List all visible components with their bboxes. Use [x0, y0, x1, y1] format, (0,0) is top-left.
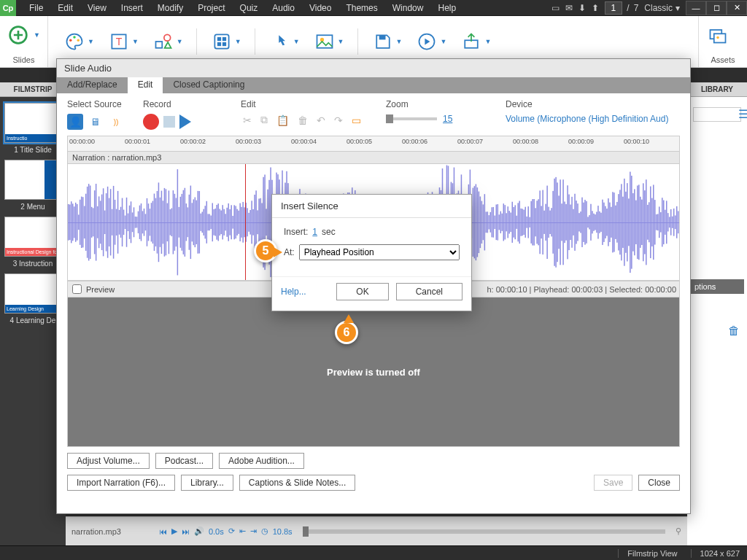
paste-icon[interactable]: 📋: [274, 114, 291, 126]
captions-button[interactable]: Captions & Slide Notes...: [239, 475, 355, 491]
menu-edit[interactable]: Edit: [50, 0, 80, 16]
text-icon[interactable]: T: [107, 30, 131, 53]
svg-rect-341: [533, 199, 534, 246]
undo-icon[interactable]: ↶: [314, 114, 328, 126]
timeline-ff-icon[interactable]: ⏭: [182, 527, 190, 536]
zoom-label: Zoom: [386, 99, 488, 109]
shapes-icon[interactable]: [152, 30, 175, 53]
svg-rect-139: [239, 203, 240, 241]
publish-icon[interactable]: [460, 30, 483, 53]
menu-modify[interactable]: Modify: [150, 0, 190, 16]
themes-icon[interactable]: [63, 30, 86, 53]
library-search[interactable]: [693, 107, 741, 122]
slide-thumb-2[interactable]: Main 2 Menu: [4, 160, 61, 211]
menu-audio[interactable]: Audio: [265, 0, 302, 16]
sync-icon[interactable]: ▭: [551, 3, 560, 13]
stop-button[interactable]: [163, 116, 175, 128]
minimize-button[interactable]: —: [686, 1, 706, 15]
menu-project[interactable]: Project: [190, 0, 232, 16]
cancel-button[interactable]: Cancel: [396, 283, 462, 300]
svg-rect-28: [78, 214, 79, 230]
import-narration-button[interactable]: Import Narration (F6)...: [67, 475, 175, 491]
copy-icon[interactable]: ⧉: [258, 114, 270, 126]
insert-unit: sec: [322, 227, 336, 237]
slide-thumb-3[interactable]: Instructional Design fo 3 Instruction: [4, 217, 61, 268]
timeline-clock-icon[interactable]: ◷: [261, 526, 268, 536]
menu-file[interactable]: File: [22, 0, 50, 16]
add-slide-button[interactable]: [7, 23, 29, 47]
svg-rect-52: [113, 186, 114, 259]
timeline-marker-icon[interactable]: ⇤: [239, 526, 246, 536]
zoom-slider[interactable]: [386, 117, 437, 120]
delete-icon[interactable]: 🗑: [295, 114, 310, 126]
playhead[interactable]: [245, 164, 246, 280]
insert-silence-icon[interactable]: ▭: [349, 114, 363, 126]
help-link[interactable]: Help...: [281, 287, 306, 297]
timeline-ruler[interactable]: 00:00:00 00:00:01 00:00:02 00:00:03 00:0…: [67, 136, 680, 152]
device-link[interactable]: Volume (Microphone (High Definition Aud): [506, 114, 668, 124]
preview-checkbox[interactable]: [72, 284, 82, 294]
insert-value[interactable]: 1: [312, 227, 317, 237]
tab-edit[interactable]: Edit: [128, 77, 163, 93]
menu-window[interactable]: Window: [385, 0, 431, 16]
page-current[interactable]: 1: [605, 1, 623, 15]
library-button[interactable]: Library...: [181, 475, 233, 491]
layout-select[interactable]: Classic▾: [638, 3, 686, 13]
upload-icon[interactable]: ⬆: [592, 3, 599, 13]
adobe-audition-button[interactable]: Adobe Audition...: [219, 453, 304, 469]
menu-help[interactable]: Help: [430, 0, 463, 16]
svg-rect-365: [568, 195, 569, 251]
chevron-down-icon[interactable]: ▼: [34, 31, 40, 39]
svg-rect-105: [190, 186, 191, 260]
play-button[interactable]: [179, 114, 191, 129]
menu-insert[interactable]: Insert: [114, 0, 150, 16]
library-header[interactable]: LIBRARY: [687, 82, 747, 97]
options-tab[interactable]: ptions: [690, 279, 744, 294]
interactions-icon[interactable]: [268, 30, 292, 53]
menu-video[interactable]: Video: [302, 0, 338, 16]
tab-closed-captioning[interactable]: Closed Captioning: [163, 77, 255, 93]
maximize-button[interactable]: ◻: [706, 1, 727, 15]
mail-icon[interactable]: ✉: [565, 3, 573, 13]
menu-view[interactable]: View: [80, 0, 114, 16]
svg-rect-437: [673, 209, 674, 236]
zoom-value[interactable]: 15: [443, 114, 452, 124]
at-select[interactable]: Playhead Position: [299, 244, 460, 260]
record-button[interactable]: [143, 114, 159, 130]
svg-rect-138: [238, 211, 239, 234]
close-dialog-button[interactable]: Close: [638, 475, 680, 491]
svg-rect-137: [236, 209, 237, 236]
menu-themes[interactable]: Themes: [338, 0, 384, 16]
ok-button[interactable]: OK: [336, 283, 388, 300]
slide-thumb-1[interactable]: Instructio 1 Title Slide: [4, 103, 61, 154]
mic-source-icon[interactable]: 👤: [67, 114, 83, 130]
objects-icon[interactable]: [210, 30, 233, 53]
tab-add-replace[interactable]: Add/Replace: [57, 77, 128, 93]
system-source-icon[interactable]: 🖥: [88, 114, 104, 130]
save-icon[interactable]: [371, 30, 395, 53]
right-panel: ☰ ptions 🗑: [687, 97, 747, 545]
preview-icon[interactable]: [415, 30, 438, 53]
svg-rect-92: [171, 209, 172, 237]
menu-quiz[interactable]: Quiz: [233, 0, 266, 16]
timeline-play-icon[interactable]: ▶: [171, 526, 177, 536]
list-mode-icon[interactable]: ☰: [738, 108, 747, 120]
trash-icon[interactable]: 🗑: [728, 324, 740, 338]
redo-icon[interactable]: ↷: [332, 114, 345, 126]
svg-rect-32: [84, 206, 85, 238]
adjust-volume-button[interactable]: Adjust Volume...: [67, 453, 150, 469]
timeline-zoom-icon[interactable]: ⚲: [676, 526, 681, 536]
timeline-loop-icon[interactable]: ⟳: [228, 526, 235, 536]
podcast-button[interactable]: Podcast...: [155, 453, 213, 469]
timeline-rewind-icon[interactable]: ⏮: [159, 527, 167, 536]
slide-thumb-4[interactable]: Learning Design 4 Learning De: [4, 273, 61, 324]
assets-icon[interactable]: [706, 23, 729, 47]
svg-rect-100: [183, 190, 184, 254]
cut-icon[interactable]: ✂: [241, 114, 254, 126]
close-button[interactable]: ✕: [727, 1, 747, 15]
media-icon[interactable]: [313, 30, 336, 53]
svg-rect-117: [208, 214, 209, 230]
timeline-mute-icon[interactable]: 🔊: [194, 526, 204, 536]
download-icon[interactable]: ⬇: [578, 3, 586, 13]
timeline-marker2-icon[interactable]: ⇥: [250, 526, 257, 536]
